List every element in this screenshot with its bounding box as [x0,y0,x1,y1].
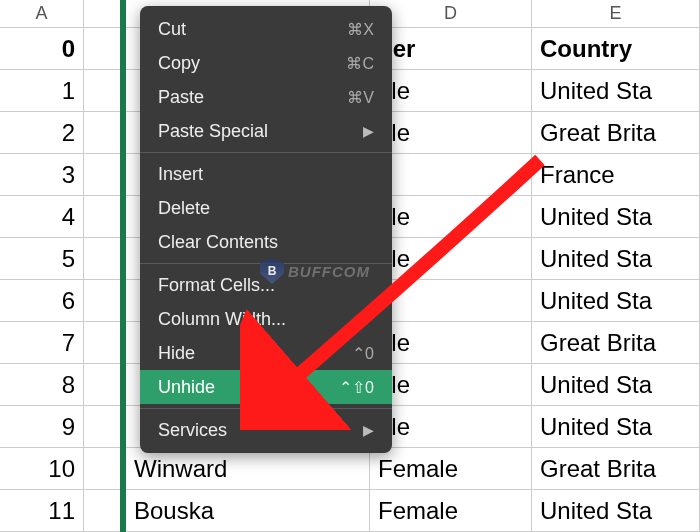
cell[interactable]: Winward [126,448,370,490]
shield-icon: B [260,258,284,284]
cell[interactable]: Country [532,28,700,70]
cell[interactable]: ale [370,406,532,448]
cell[interactable]: 9 [0,406,84,448]
cell[interactable]: e [370,154,532,196]
menu-shortcut: ⌘X [347,20,374,39]
cell[interactable]: ale [370,196,532,238]
cell[interactable]: ale [370,364,532,406]
cell[interactable]: ale [370,112,532,154]
hidden-column-indicator[interactable] [120,0,126,532]
menu-label: Delete [158,198,210,219]
menu-label: Services [158,420,227,441]
cell[interactable]: Female [370,490,532,532]
menu-label: Paste Special [158,121,268,142]
cell[interactable]: e [370,280,532,322]
cell[interactable]: 1 [0,70,84,112]
cell[interactable]: 8 [0,364,84,406]
menu-shortcut: ⌃0 [352,344,374,363]
menu-shortcut: ⌃⇧0 [339,378,374,397]
chevron-right-icon: ▶ [363,123,374,139]
cell[interactable]: Great Brita [532,112,700,154]
cell[interactable]: 4 [0,196,84,238]
menu-label: Insert [158,164,203,185]
menu-label: Unhide [158,377,215,398]
column-header-A[interactable]: A [0,0,84,28]
cell[interactable]: Great Brita [532,448,700,490]
menu-label: Clear Contents [158,232,278,253]
spreadsheet-grid: A C D E 0 der Country 1 ale United Sta 2… [0,0,700,532]
watermark-text: BUFFCOM [288,263,370,280]
menu-item-paste[interactable]: Paste ⌘V [140,80,392,114]
menu-label: Column Width... [158,309,286,330]
cell[interactable]: United Sta [532,70,700,112]
cell[interactable]: United Sta [532,238,700,280]
table-row: 11 Bouska Female United Sta [0,490,700,532]
table-row: 10 Winward Female Great Brita [0,448,700,490]
menu-item-delete[interactable]: Delete [140,191,392,225]
cell[interactable]: United Sta [532,280,700,322]
menu-item-insert[interactable]: Insert [140,157,392,191]
cell[interactable]: Female [370,448,532,490]
cell[interactable]: United Sta [532,490,700,532]
cell[interactable]: 7 [0,322,84,364]
menu-label: Hide [158,343,195,364]
cell[interactable]: 11 [0,490,84,532]
menu-label: Format Cells... [158,275,275,296]
cell[interactable]: France [532,154,700,196]
cell[interactable]: ale [370,70,532,112]
cell[interactable]: United Sta [532,406,700,448]
chevron-right-icon: ▶ [363,422,374,438]
cell[interactable]: der [370,28,532,70]
menu-item-unhide[interactable]: Unhide ⌃⇧0 [140,370,392,404]
menu-shortcut: ⌘C [346,54,374,73]
menu-label: Paste [158,87,204,108]
menu-item-copy[interactable]: Copy ⌘C [140,46,392,80]
cell[interactable]: 2 [0,112,84,154]
cell[interactable]: 10 [0,448,84,490]
menu-item-column-width[interactable]: Column Width... [140,302,392,336]
cell[interactable]: United Sta [532,196,700,238]
cell[interactable]: 5 [0,238,84,280]
cell[interactable]: ale [370,238,532,280]
cell[interactable]: 0 [0,28,84,70]
watermark: B BUFFCOM [260,258,370,284]
cell[interactable]: 3 [0,154,84,196]
column-header-D[interactable]: D [370,0,532,28]
cell[interactable]: Bouska [126,490,370,532]
cell[interactable]: 6 [0,280,84,322]
menu-item-paste-special[interactable]: Paste Special ▶ [140,114,392,148]
menu-item-cut[interactable]: Cut ⌘X [140,12,392,46]
menu-item-clear-contents[interactable]: Clear Contents [140,225,392,259]
menu-item-hide[interactable]: Hide ⌃0 [140,336,392,370]
cell[interactable]: United Sta [532,364,700,406]
cell[interactable]: Great Brita [532,322,700,364]
column-header-E[interactable]: E [532,0,700,28]
cell[interactable]: ale [370,322,532,364]
menu-shortcut: ⌘V [347,88,374,107]
menu-divider [140,408,392,409]
menu-divider [140,152,392,153]
menu-label: Copy [158,53,200,74]
context-menu: Cut ⌘X Copy ⌘C Paste ⌘V Paste Special ▶ … [140,6,392,453]
menu-item-services[interactable]: Services ▶ [140,413,392,447]
menu-label: Cut [158,19,186,40]
